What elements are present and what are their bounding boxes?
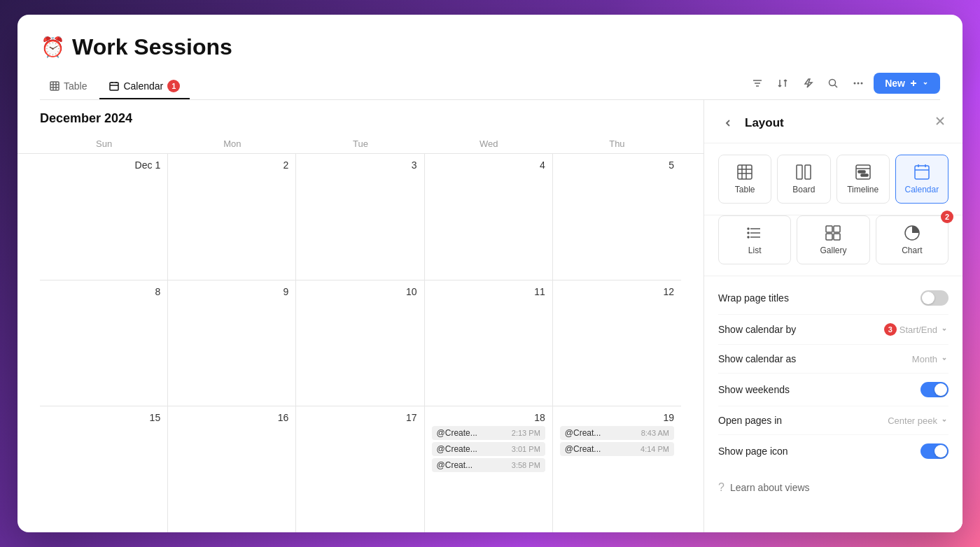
toggle-knob xyxy=(922,292,934,304)
calendar-by-label: Show calendar by xyxy=(718,324,796,335)
event-title: @Create... xyxy=(437,444,477,454)
list-layout-icon xyxy=(746,225,763,241)
settings-wrap-titles: Wrap page titles xyxy=(718,282,948,315)
page-icon-toggle[interactable] xyxy=(920,443,948,459)
svg-point-14 xyxy=(854,83,856,85)
cal-cell-8[interactable]: 8 xyxy=(40,280,168,406)
layout-option-timeline[interactable]: Timeline xyxy=(836,155,890,204)
calendar-month: December 2024 xyxy=(40,111,132,126)
sort-button[interactable] xyxy=(773,73,792,93)
layout-option-calendar-label: Calendar xyxy=(905,185,939,194)
event-time: 3:58 PM xyxy=(512,461,540,469)
layout-option-gallery[interactable]: Gallery xyxy=(797,215,869,264)
svg-point-12 xyxy=(830,80,836,86)
cal-date: 18 xyxy=(432,412,545,423)
table-layout-icon xyxy=(736,164,753,180)
wrap-titles-toggle[interactable] xyxy=(920,290,948,306)
cal-week-3: 15 16 17 18 @Create... 2:13 PM xyxy=(40,406,681,532)
cal-cell-2[interactable]: 2 xyxy=(168,154,296,280)
settings-calendar-by[interactable]: Show calendar by 3 Start/End xyxy=(718,315,948,345)
event-title: @Create... xyxy=(437,428,477,438)
new-button[interactable]: New xyxy=(874,73,940,94)
page-icon-label: Show page icon xyxy=(718,446,788,457)
layout-option-board[interactable]: Board xyxy=(777,155,830,204)
settings-open-pages[interactable]: Open pages in Center peek xyxy=(718,406,948,435)
search-button[interactable] xyxy=(823,73,843,93)
open-pages-label: Open pages in xyxy=(718,415,782,426)
cal-cell-dec1[interactable]: Dec 1 xyxy=(40,154,168,280)
svg-point-16 xyxy=(861,83,863,85)
new-button-label: New xyxy=(885,78,905,89)
cal-cell-16[interactable]: 16 xyxy=(168,406,296,532)
calendar-by-badge: 3 xyxy=(884,323,897,336)
cal-event[interactable]: @Creat... 4:14 PM xyxy=(560,442,674,456)
cal-event[interactable]: @Create... 3:01 PM xyxy=(432,442,545,456)
cal-cell-18[interactable]: 18 @Create... 2:13 PM @Create... 3:01 PM… xyxy=(425,406,553,532)
cal-cell-15[interactable]: 15 xyxy=(40,406,168,532)
calendar-as-label: Show calendar as xyxy=(718,353,796,364)
day-wed: Wed xyxy=(425,134,553,153)
more-button[interactable] xyxy=(848,73,868,93)
panel-title: Layout xyxy=(745,116,784,130)
page-title: Work Sessions xyxy=(72,34,232,60)
learn-views-row[interactable]: ? Learn about views xyxy=(704,473,962,502)
weekends-toggle[interactable] xyxy=(920,382,948,397)
cal-cell-10[interactable]: 10 xyxy=(296,280,424,406)
tab-calendar-badge: 1 xyxy=(167,80,180,92)
cal-cell-11[interactable]: 11 xyxy=(425,280,553,406)
cal-date: 11 xyxy=(432,286,545,297)
cal-cell-9[interactable]: 9 xyxy=(168,280,296,406)
timeline-layout-icon xyxy=(855,164,872,180)
calendar-area: December 2024 Sun Mon Tue Wed Thu Dec 1 xyxy=(18,100,704,532)
cal-date: 10 xyxy=(303,286,416,297)
cal-date: 2 xyxy=(175,159,288,171)
tab-table-label: Table xyxy=(64,80,87,92)
layout-option-list[interactable]: List xyxy=(718,215,791,264)
panel-back-button[interactable] xyxy=(718,113,738,133)
cal-event[interactable]: @Creat... 8:43 AM xyxy=(560,426,674,440)
panel-title-row: Layout xyxy=(718,113,784,133)
cal-event[interactable]: @Create... 2:13 PM xyxy=(432,426,545,440)
svg-rect-38 xyxy=(826,226,832,232)
calendar-days-header: Sun Mon Tue Wed Thu xyxy=(18,134,704,154)
toggle-knob xyxy=(934,383,947,396)
filter-button[interactable] xyxy=(748,73,767,93)
settings-calendar-as[interactable]: Show calendar as Month xyxy=(718,345,948,374)
cal-cell-4[interactable]: 4 xyxy=(425,154,553,280)
calendar-by-text: Start/End xyxy=(899,325,937,335)
cal-date: 19 xyxy=(560,412,674,423)
page-icon: ⏰ xyxy=(40,35,65,60)
cal-cell-17[interactable]: 17 xyxy=(296,406,424,532)
content-area: December 2024 Sun Mon Tue Wed Thu Dec 1 xyxy=(18,100,962,532)
layout-option-chart[interactable]: 2 Chart xyxy=(876,215,948,264)
cal-date: 16 xyxy=(175,412,288,423)
tab-calendar[interactable]: Calendar 1 xyxy=(99,74,190,99)
event-time: 8:43 AM xyxy=(641,429,669,437)
svg-point-37 xyxy=(748,236,749,238)
event-time: 4:14 PM xyxy=(640,445,669,453)
cal-date: 8 xyxy=(47,286,160,297)
svg-rect-28 xyxy=(915,166,929,179)
layout-option-calendar[interactable]: Calendar xyxy=(895,155,948,204)
svg-line-13 xyxy=(835,85,838,88)
cal-cell-12[interactable]: 12 xyxy=(553,280,681,406)
svg-rect-39 xyxy=(834,226,840,232)
cal-event[interactable]: @Creat... 3:58 PM xyxy=(432,458,545,472)
tab-table[interactable]: Table xyxy=(40,75,97,99)
settings-weekends: Show weekends xyxy=(718,374,948,406)
layout-option-table[interactable]: Table xyxy=(718,155,771,204)
cal-cell-5[interactable]: 5 xyxy=(553,154,681,280)
layout-panel: Layout xyxy=(704,100,962,532)
header: ⏰ Work Sessions Table xyxy=(18,15,962,100)
day-thu: Thu xyxy=(553,134,681,153)
panel-close-button[interactable] xyxy=(932,113,948,133)
cal-date: 9 xyxy=(175,286,288,297)
calendar-header: December 2024 xyxy=(18,100,704,134)
svg-rect-23 xyxy=(805,165,811,179)
cal-cell-3[interactable]: 3 xyxy=(296,154,424,280)
automate-button[interactable] xyxy=(798,73,818,93)
cal-cell-19[interactable]: 19 @Creat... 8:43 AM @Creat... 4:14 PM xyxy=(553,406,681,532)
svg-point-35 xyxy=(748,228,749,229)
calendar-by-value: 3 Start/End xyxy=(884,323,948,336)
day-tue: Tue xyxy=(296,134,424,153)
